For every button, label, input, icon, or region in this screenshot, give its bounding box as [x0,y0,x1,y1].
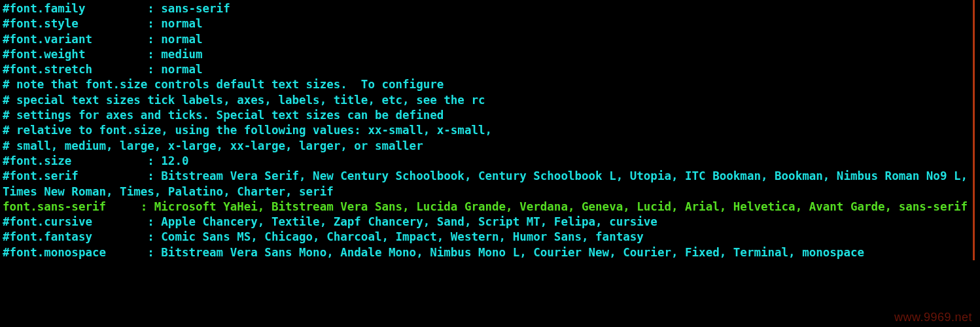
config-line: #font.monospace : Bitstream Vera Sans Mo… [3,246,864,259]
config-line: # note that font.size controls default t… [3,78,444,91]
config-line: # special text sizes tick labels, axes, … [3,94,485,107]
config-line: #font.variant : normal [3,33,203,46]
config-line: # small, medium, large, x-large, xx-larg… [3,139,423,152]
config-line: #font.fantasy : Comic Sans MS, Chicago, … [3,230,644,243]
config-line: #font.style : normal [3,17,203,30]
config-line: #font.serif : Bitstream Vera Serif, New … [3,169,975,198]
watermark-text: www.9969.net [894,311,972,324]
config-line: #font.family : sans-serif [3,2,230,15]
config-file-view: #font.family : sans-serif #font.style : … [0,0,975,260]
config-line: #font.cursive : Apple Chancery, Textile,… [3,215,657,228]
config-line: #font.size : 12.0 [3,154,188,167]
config-line: #font.stretch : normal [3,63,203,76]
config-line: #font.weight : medium [3,48,203,61]
config-line: # relative to font.size, using the follo… [3,124,492,137]
config-line: # settings for axes and ticks. Special t… [3,109,444,122]
config-line-active: font.sans-serif : Microsoft YaHei, Bitst… [3,200,968,213]
